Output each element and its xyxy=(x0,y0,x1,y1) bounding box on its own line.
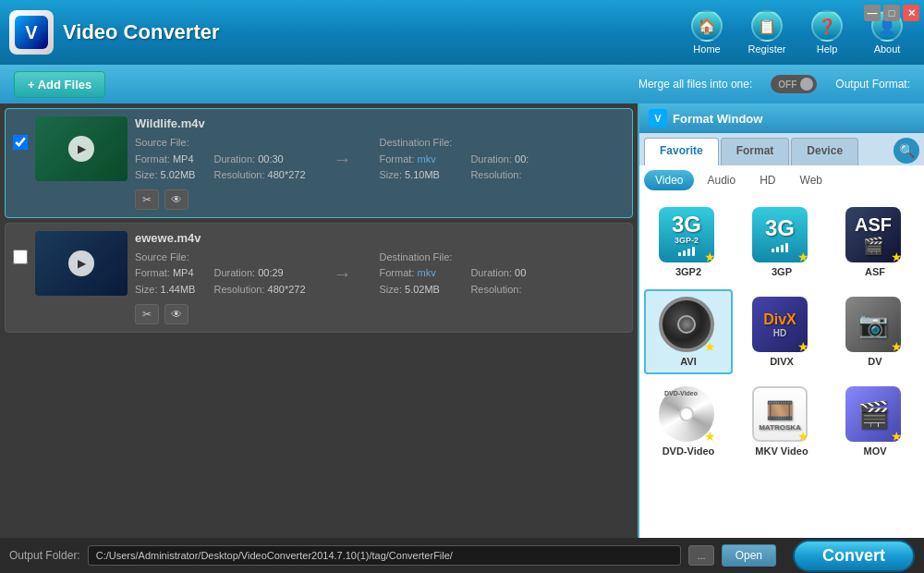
format-item-dvd[interactable]: DVD-Video ★ DVD-Video xyxy=(644,379,733,464)
maximize-button[interactable]: □ xyxy=(883,5,900,21)
toggle-state-label: OFF xyxy=(778,79,796,90)
source-duration-1: Duration: 00:30 xyxy=(213,152,305,168)
star-badge-avi: ★ xyxy=(704,339,716,354)
format-window: V Format Window Favorite Format Device 🔍… xyxy=(638,104,924,538)
nav-help-label: Help xyxy=(817,43,838,55)
format-item-3gp[interactable]: 3G ★ 3GP xyxy=(737,200,826,285)
dest-format-2: Format: mkv xyxy=(380,265,453,282)
format-item-mkv[interactable]: 🎞️ MATROSKA ★ MKV Video xyxy=(737,379,826,464)
file-thumbnail-2: ▶ xyxy=(35,231,128,296)
format-icon-wrapper-3gp2: 3G 3GP-2 ★ xyxy=(659,207,718,266)
add-files-button[interactable]: + Add Files xyxy=(14,71,105,98)
output-format-label: Output Format: xyxy=(835,78,910,91)
home-icon: 🏠 xyxy=(691,10,723,42)
window-controls: — □ ✕ xyxy=(864,5,919,21)
dest-size-1: Size: 5.10MB xyxy=(380,167,453,184)
format-grid: 3G 3GP-2 ★ 3GP2 xyxy=(644,200,919,464)
arrow-2: → xyxy=(324,250,361,299)
format-icon-wrapper-avi: ★ xyxy=(659,297,718,356)
title-bar: V Video Converter 🏠 Home 📋 Register ❓ He… xyxy=(0,0,924,65)
play-button-1[interactable]: ▶ xyxy=(68,136,94,162)
source-res-2: Resolution: 480*272 xyxy=(213,282,305,299)
bottom-bar: Output Folder: C:/Users/Administrator/De… xyxy=(0,538,924,573)
dest-file-label-1: Destination File: xyxy=(380,135,453,152)
subtab-audio[interactable]: Audio xyxy=(696,170,747,190)
minimize-button[interactable]: — xyxy=(864,5,881,21)
cut-button-1[interactable]: ✂ xyxy=(135,189,159,210)
star-badge-dv: ★ xyxy=(891,339,903,354)
nav-home[interactable]: 🏠 Home xyxy=(679,6,735,59)
search-button[interactable]: 🔍 xyxy=(894,138,919,164)
play-button-2[interactable]: ▶ xyxy=(68,250,94,276)
file-name-1: Wildlife.m4v xyxy=(135,116,625,130)
subtab-web[interactable]: Web xyxy=(789,170,833,190)
format-label-dv: DV xyxy=(868,356,881,367)
format-item-3gp2[interactable]: 3G 3GP-2 ★ 3GP2 xyxy=(644,200,733,285)
format-icon-wrapper-dv: 📷 ★ xyxy=(845,297,905,356)
format-item-divx[interactable]: DivX HD ★ DIVX xyxy=(737,289,826,374)
file-thumbnail-1: ▶ xyxy=(35,116,128,181)
tab-format[interactable]: Format xyxy=(721,138,790,165)
dest-duration-2: Duration: 00 xyxy=(470,265,526,282)
format-label-mov: MOV xyxy=(863,445,886,457)
file-details-2: Source File: Format: MP4 Size: 1.44MB Du… xyxy=(135,250,625,299)
file-item-2[interactable]: ▶ ewewe.m4v Source File: Format: MP4 Siz… xyxy=(5,223,633,333)
dest-size-2: Size: 5.02MB xyxy=(380,282,453,299)
add-files-label: + Add Files xyxy=(28,78,91,91)
format-item-dv[interactable]: 📷 ★ DV xyxy=(831,289,919,374)
dest-col-1: Destination File: Format: mkv Size: 5.10… xyxy=(380,135,453,184)
close-button[interactable]: ✕ xyxy=(903,5,919,21)
register-icon: 📋 xyxy=(751,10,783,42)
file-checkbox-2[interactable] xyxy=(13,250,28,264)
source-file-label-1: Source File: xyxy=(135,135,195,152)
source-duration-2: Duration: 00:29 xyxy=(213,265,305,282)
format-item-mov[interactable]: 🎬 ★ MOV xyxy=(831,379,919,464)
format-label-divx: DIVX xyxy=(770,356,794,367)
format-window-title: Format Window xyxy=(673,112,762,126)
format-tabs: Favorite Format Device 🔍 xyxy=(639,133,924,165)
nav-register[interactable]: 📋 Register xyxy=(739,6,795,59)
logo-letter: V xyxy=(15,16,48,49)
open-button[interactable]: Open xyxy=(722,544,776,567)
dest-col-2: Destination File: Format: mkv Size: 5.02… xyxy=(380,250,453,299)
convert-button[interactable]: Convert xyxy=(793,540,915,572)
tab-favorite[interactable]: Favorite xyxy=(644,138,719,165)
format-item-asf[interactable]: ASF 🎬 ★ ASF xyxy=(831,200,919,285)
source-file-label-2: Source File: xyxy=(135,250,195,266)
output-path-display: C:/Users/Administrator/Desktop/VideoConv… xyxy=(88,545,682,566)
dest-duration-1: Duration: 00: xyxy=(470,152,529,168)
star-badge-dvd: ★ xyxy=(704,429,716,444)
tab-device[interactable]: Device xyxy=(791,138,858,165)
star-badge-asf: ★ xyxy=(891,250,903,264)
subtab-video[interactable]: Video xyxy=(644,170,694,190)
file-checkbox-1[interactable] xyxy=(13,135,28,150)
merge-toggle[interactable]: OFF xyxy=(771,75,817,93)
source-size-2: Size: 1.44MB xyxy=(135,282,195,299)
dest-res-2: Resolution: xyxy=(470,282,526,299)
preview-button-2[interactable]: 👁 xyxy=(164,304,188,324)
format-label-avi: AVI xyxy=(680,356,697,367)
preview-button-1[interactable]: 👁 xyxy=(164,189,188,210)
source-format-2: Format: MP4 xyxy=(135,265,195,282)
format-item-avi[interactable]: ★ AVI xyxy=(644,289,733,374)
file-details-1: Source File: Format: MP4 Size: 5.02MB Du… xyxy=(135,135,625,184)
subtab-hd[interactable]: HD xyxy=(748,170,786,190)
format-icon-wrapper-dvd: DVD-Video ★ xyxy=(659,386,718,445)
toggle-dot xyxy=(800,78,813,91)
file-item-1[interactable]: ▶ Wildlife.m4v Source File: Format: MP4 … xyxy=(5,108,633,218)
dest-timing-col-2: Duration: 00 Resolution: xyxy=(470,250,526,299)
format-window-logo: V xyxy=(649,109,667,128)
format-icon-wrapper-mov: 🎬 ★ xyxy=(845,386,905,445)
format-icon-wrapper-3gp: 3G ★ xyxy=(752,207,811,266)
source-size-1: Size: 5.02MB xyxy=(135,167,195,184)
dest-res-1: Resolution: xyxy=(470,167,529,184)
cut-button-2[interactable]: ✂ xyxy=(135,304,159,324)
nav-help[interactable]: ❓ Help xyxy=(799,6,855,59)
format-label-dvd: DVD-Video xyxy=(663,445,715,457)
browse-button[interactable]: ... xyxy=(688,545,713,566)
star-badge-divx: ★ xyxy=(797,339,809,354)
nav-about-label: About xyxy=(874,43,901,55)
app-title: Video Converter xyxy=(63,20,220,44)
file-actions-1: ✂ 👁 xyxy=(135,189,625,210)
format-icon-wrapper-mkv: 🎞️ MATROSKA ★ xyxy=(752,386,811,445)
